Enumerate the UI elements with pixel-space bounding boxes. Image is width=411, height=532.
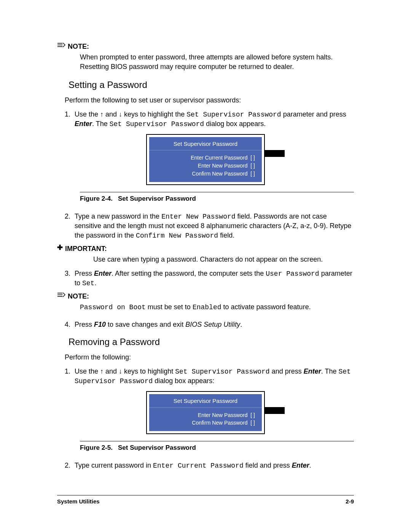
down-arrow-icon: ↓: [119, 110, 122, 118]
removing-steps: Use the ↑ and ↓ keys to highlight Set Su…: [65, 367, 354, 386]
text: Press: [75, 321, 94, 328]
footer-page-number: 2-9: [346, 498, 354, 505]
text: .: [94, 279, 96, 287]
figure-2-4-caption: Figure 2-4.Set Supervisor Password: [80, 195, 354, 203]
redaction-block: [265, 150, 285, 157]
bios-dialog-inner: Set Supervisor Password Enter New Passwo…: [149, 394, 262, 431]
setting-step-1: Use the ↑ and ↓ keys to highlight the Se…: [72, 110, 354, 129]
removing-step-1: Use the ↑ and ↓ keys to highlight Set Su…: [72, 367, 354, 386]
bios-line-current: Enter Current Password [ ]: [156, 154, 255, 161]
redaction-block: [265, 407, 285, 414]
figure-2-4: Set Supervisor Password Enter Current Pa…: [57, 134, 354, 185]
bios-line-new: Enter New Password [ ]: [156, 412, 255, 419]
label: Enter New Password: [198, 412, 248, 419]
text: dialog box appears:: [153, 377, 214, 385]
code-text: Set: [82, 280, 94, 287]
bracket: [ ]: [250, 163, 255, 169]
bios-dialog-title: Set Supervisor Password: [149, 137, 262, 150]
figure-separator: [80, 441, 354, 441]
bios-dialog-body: Enter New Password [ ] Confirm New Passw…: [149, 408, 262, 431]
text: . The: [92, 120, 110, 128]
setting-steps-cont: Type a new password in the Enter New Pas…: [65, 212, 354, 240]
text: field.: [218, 232, 234, 239]
bios-line-confirm: Confirm New Password [ ]: [156, 170, 255, 177]
important-body: Use care when typing a password. Charact…: [93, 255, 354, 264]
page-content: NOTE: When prompted to enter password, t…: [57, 42, 354, 474]
key-enter: Enter: [75, 120, 92, 128]
code-text: Enabled: [193, 304, 221, 311]
bracket: [ ]: [250, 412, 255, 418]
label: Confirm New Password: [192, 170, 247, 177]
bracket: [ ]: [250, 420, 255, 426]
text: Type a new password in the: [75, 212, 161, 220]
figure-number: Figure 2-5.: [80, 444, 113, 451]
setting-steps-cont2: Press Enter. After setting the password,…: [65, 269, 354, 288]
label: Enter Current Password: [191, 154, 247, 161]
setting-step-3: Press Enter. After setting the password,…: [72, 269, 354, 288]
text: parameter and press: [281, 110, 346, 118]
code-text: Enter Current Password: [153, 462, 244, 470]
text: and press: [270, 367, 304, 375]
text: Press: [75, 270, 94, 277]
figure-number: Figure 2-4.: [80, 195, 113, 202]
code-text: Password on Boot: [80, 304, 146, 311]
removing-intro: Perform the following:: [65, 353, 354, 362]
code-text: Set Supervisor Password: [186, 111, 281, 118]
removing-step-2: Type current password in Enter Current P…: [72, 461, 354, 470]
bios-dialog-inner: Set Supervisor Password Enter Current Pa…: [149, 137, 262, 182]
code-text: Confirm New Password: [136, 232, 218, 240]
code-text: Set Supervisor Password: [175, 368, 269, 375]
bracket: [ ]: [250, 155, 255, 161]
bios-dialog-frame: Set Supervisor Password Enter New Passwo…: [146, 391, 265, 434]
note-1-label: NOTE:: [68, 42, 89, 51]
text: .: [309, 462, 311, 469]
note-icon: [57, 42, 65, 49]
figure-2-5: Set Supervisor Password Enter New Passwo…: [57, 391, 354, 434]
text: .: [240, 321, 242, 328]
page-footer: System Utilities 2-9: [57, 495, 354, 505]
text: keys to highlight the: [122, 110, 186, 118]
up-arrow-icon: ↑: [100, 110, 104, 118]
plus-icon: ✚: [57, 244, 63, 251]
key-enter: Enter: [304, 367, 321, 375]
setting-steps: Use the ↑ and ↓ keys to highlight the Se…: [65, 110, 354, 129]
bios-dialog-body: Enter Current Password [ ] Enter New Pas…: [149, 150, 262, 182]
heading-setting-password: Setting a Password: [68, 79, 354, 91]
key-enter: Enter: [94, 270, 112, 277]
figure-separator: [80, 192, 354, 192]
text: field and press: [244, 462, 292, 469]
text: Use the: [75, 367, 100, 375]
italic-text: BIOS Setup Utility: [185, 321, 240, 328]
heading-removing-password: Removing a Password: [68, 336, 354, 348]
text: . After setting the password, the comput…: [112, 270, 266, 277]
footer-left: System Utilities: [57, 498, 100, 505]
bios-dialog-title: Set Supervisor Password: [149, 394, 262, 407]
text: keys to highlight: [122, 367, 175, 375]
text: must be set to: [146, 303, 193, 311]
bios-line-new: Enter New Password [ ]: [156, 162, 255, 169]
important-label: IMPORTANT:: [65, 244, 107, 253]
bracket: [ ]: [250, 171, 255, 177]
bios-line-confirm: Confirm New Password [ ]: [156, 419, 255, 427]
text: dialog box appears.: [204, 120, 266, 128]
setting-step-2: Type a new password in the Enter New Pas…: [72, 212, 354, 240]
key-f10: F10: [94, 321, 106, 328]
up-arrow-icon: ↑: [100, 367, 104, 375]
note-1-body: When prompted to enter password, three a…: [80, 53, 346, 71]
figure-2-5-caption: Figure 2-5.Set Supervisor Password: [80, 444, 354, 452]
code-text: Enter New Password: [161, 213, 235, 220]
setting-step-4: Press F10 to save changes and exit BIOS …: [72, 320, 354, 329]
setting-steps-cont3: Press F10 to save changes and exit BIOS …: [65, 320, 354, 329]
note-2-label: NOTE:: [68, 292, 89, 301]
bios-dialog-frame: Set Supervisor Password Enter Current Pa…: [146, 134, 265, 185]
figure-title: Set Supervisor Password: [118, 444, 196, 451]
code-text: User Password: [266, 270, 319, 278]
key-enter: Enter: [292, 462, 309, 469]
text: . The: [321, 367, 339, 375]
code-text: Set Supervisor Password: [110, 120, 204, 128]
note-2-header: NOTE:: [57, 292, 354, 301]
text: Use the: [75, 110, 100, 118]
important-header: ✚ IMPORTANT:: [57, 244, 354, 253]
text: Type current password in: [75, 462, 153, 469]
label: Confirm New Password: [192, 419, 247, 427]
